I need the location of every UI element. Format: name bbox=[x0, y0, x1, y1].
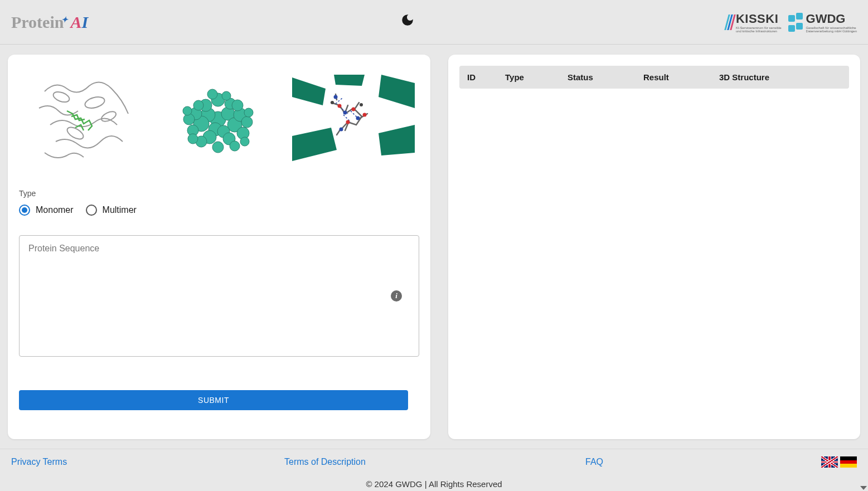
protein-image-2 bbox=[158, 70, 278, 168]
protein-image-1 bbox=[23, 70, 144, 168]
radio-multimer-label: Multimer bbox=[103, 205, 137, 215]
copyright-text: © 2024 GWDG | All Rights Reserved bbox=[0, 475, 868, 491]
protein-illustrations bbox=[19, 66, 419, 172]
kisski-logo[interactable]: KISSKI KI-Servicezentrum für sensibleund… bbox=[726, 12, 782, 33]
faq-link[interactable]: FAQ bbox=[585, 457, 603, 467]
svg-point-32 bbox=[240, 137, 249, 146]
protein-image-3 bbox=[292, 70, 415, 168]
flag-german-icon[interactable] bbox=[840, 456, 857, 468]
gwdg-text: GWDG bbox=[806, 12, 857, 26]
th-id: ID bbox=[467, 72, 505, 82]
th-structure: 3D Structure bbox=[719, 72, 841, 82]
protein-sequence-input[interactable]: Protein Sequence i bbox=[19, 235, 419, 357]
gwdg-logo[interactable]: GWDG Gesellschaft für wissenschaftlicheD… bbox=[788, 12, 857, 33]
kisski-text: KISSKI bbox=[736, 12, 782, 26]
results-panel: ID Type Status Result 3D Structure bbox=[448, 55, 860, 439]
svg-point-25 bbox=[230, 141, 240, 151]
header-center bbox=[88, 13, 726, 31]
svg-point-41 bbox=[331, 101, 334, 104]
radio-multimer[interactable]: Multimer bbox=[86, 205, 137, 216]
logo-a: A bbox=[70, 13, 81, 31]
svg-point-0 bbox=[52, 90, 71, 104]
svg-point-29 bbox=[183, 106, 192, 115]
sequence-placeholder: Protein Sequence bbox=[28, 244, 99, 253]
svg-point-22 bbox=[193, 100, 203, 110]
type-radio-group: Monomer Multimer bbox=[19, 205, 419, 216]
svg-point-38 bbox=[356, 116, 360, 120]
footer-links: Privacy Terms Terms of Description FAQ bbox=[0, 449, 868, 475]
app-footer: Privacy Terms Terms of Description FAQ ©… bbox=[0, 449, 868, 491]
th-status: Status bbox=[568, 72, 643, 82]
logo-i: I bbox=[81, 13, 88, 31]
svg-point-26 bbox=[212, 142, 224, 153]
svg-point-31 bbox=[188, 134, 198, 144]
info-icon[interactable]: i bbox=[391, 290, 402, 302]
svg-point-3 bbox=[100, 109, 117, 123]
svg-point-35 bbox=[346, 120, 350, 124]
flag-english-icon[interactable] bbox=[821, 456, 838, 468]
partner-logos: KISSKI KI-Servicezentrum für sensibleund… bbox=[726, 12, 857, 33]
svg-point-33 bbox=[338, 104, 342, 108]
svg-point-28 bbox=[222, 91, 231, 100]
privacy-link[interactable]: Privacy Terms bbox=[11, 457, 67, 467]
svg-point-21 bbox=[241, 116, 253, 128]
input-panel: Type Monomer Multimer Protein Sequence i… bbox=[8, 55, 430, 439]
gwdg-squares-icon bbox=[788, 15, 803, 30]
app-header: Protein✦AI KISSKI KI-Servicezentrum für … bbox=[0, 0, 868, 45]
th-result: Result bbox=[643, 72, 719, 82]
svg-point-40 bbox=[334, 95, 338, 99]
sparkle-icon: ✦ bbox=[61, 16, 68, 24]
svg-point-37 bbox=[343, 110, 347, 114]
svg-point-27 bbox=[207, 89, 217, 99]
kisski-bars-icon bbox=[726, 14, 734, 30]
radio-circle-icon bbox=[86, 205, 97, 216]
radio-circle-icon bbox=[19, 205, 30, 216]
terms-link[interactable]: Terms of Description bbox=[284, 457, 366, 467]
app-logo: Protein✦AI bbox=[11, 13, 88, 32]
scrollbar-down-icon[interactable] bbox=[860, 483, 868, 491]
radio-monomer-label: Monomer bbox=[36, 205, 74, 215]
dark-mode-icon[interactable] bbox=[400, 13, 415, 31]
gwdg-subtitle: Gesellschaft für wissenschaftlicheDatenv… bbox=[806, 26, 857, 33]
type-section: Type Monomer Multimer bbox=[19, 189, 419, 216]
th-type: Type bbox=[505, 72, 568, 82]
svg-point-1 bbox=[84, 95, 105, 110]
svg-point-34 bbox=[352, 107, 356, 111]
kisski-subtitle: KI-Servicezentrum für sensibleund kritis… bbox=[736, 26, 782, 33]
svg-point-23 bbox=[232, 100, 243, 111]
results-table-header: ID Type Status Result 3D Structure bbox=[459, 66, 849, 89]
svg-point-42 bbox=[360, 103, 363, 106]
submit-button[interactable]: SUBMIT bbox=[19, 390, 408, 410]
logo-prefix: Protein bbox=[11, 13, 64, 32]
type-label: Type bbox=[19, 189, 419, 198]
svg-point-36 bbox=[363, 113, 367, 116]
main-content: Type Monomer Multimer Protein Sequence i… bbox=[0, 45, 868, 449]
svg-point-39 bbox=[340, 127, 343, 131]
radio-monomer[interactable]: Monomer bbox=[19, 205, 74, 216]
svg-point-20 bbox=[183, 114, 195, 125]
language-flags bbox=[821, 456, 857, 468]
svg-point-30 bbox=[244, 108, 253, 117]
